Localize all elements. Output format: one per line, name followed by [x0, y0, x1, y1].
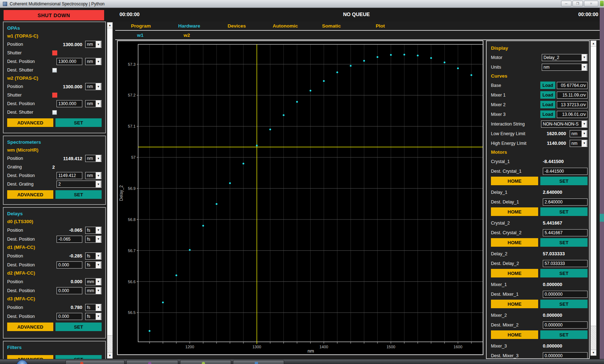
dropdown-arrow-icon[interactable]: ▼ — [96, 287, 101, 294]
d3-dest-position-input[interactable]: 0.000 — [57, 313, 82, 320]
dropdown-arrow-icon[interactable]: ▼ — [96, 304, 101, 311]
taskbar-button[interactable] — [180, 360, 231, 364]
mixer2-dest-input[interactable]: 0.000000 — [543, 321, 588, 329]
scrollbar-track[interactable] — [107, 336, 112, 353]
delay2-dest-input[interactable]: 57.033333 — [543, 260, 588, 267]
taskbar-button[interactable] — [65, 360, 125, 364]
tuning-curve-plot[interactable]: 1200130014001500160056.556.656.756.856.9… — [117, 40, 483, 355]
interaction-string-dropdown[interactable]: NON-NON-NON-S▼ — [541, 120, 588, 128]
dropdown-arrow-icon[interactable]: ▼ — [581, 140, 587, 147]
scroll-up-icon[interactable]: ▲ — [107, 23, 112, 28]
subtab-w1[interactable]: w1 — [137, 33, 143, 38]
scroll-down-icon[interactable]: ▼ — [107, 353, 112, 358]
low-energy-unit-dropdown[interactable]: nm▼ — [570, 130, 588, 137]
mixer3-dest-input[interactable]: 0.000000 — [543, 352, 588, 359]
units-dropdown[interactable]: nm▼ — [542, 64, 588, 71]
dropdown-arrow-icon[interactable]: ▼ — [96, 236, 101, 242]
tab-devices[interactable]: Devices — [228, 23, 246, 29]
w2-position-unit-dropdown[interactable]: nm▼ — [85, 83, 102, 90]
dropdown-arrow-icon[interactable]: ▼ — [96, 253, 101, 259]
w2-shutter-indicator[interactable] — [52, 93, 57, 98]
taskbar[interactable] — [0, 359, 604, 364]
load-mixer1-button[interactable]: Load — [540, 91, 555, 99]
w1-dest-position-input[interactable]: 1300.000 — [57, 58, 82, 65]
dropdown-arrow-icon[interactable]: ▼ — [96, 313, 101, 320]
dropdown-arrow-icon[interactable]: ▼ — [581, 131, 587, 137]
d3-unit-dropdown[interactable]: fs▼ — [85, 304, 102, 311]
d0-unit-dropdown[interactable]: fs▼ — [85, 227, 102, 234]
wm-dest-grating-dropdown[interactable]: 2▼ — [57, 181, 102, 188]
close-button[interactable]: ✕ — [584, 1, 598, 6]
dropdown-arrow-icon[interactable]: ▼ — [581, 64, 587, 70]
spectrometers-set-button[interactable]: SET — [55, 190, 102, 199]
crystal2-set-button[interactable]: SET — [540, 238, 588, 247]
plot-canvas[interactable]: 1200130014001500160056.556.656.756.856.9… — [118, 41, 483, 354]
load-mixer2-button[interactable]: Load — [540, 101, 555, 108]
right-panel-scrollbar[interactable]: ▲ ▼ — [590, 40, 596, 356]
mixer1-dest-input[interactable]: 0.000000 — [543, 291, 588, 298]
wm-position-unit-dropdown[interactable]: nm▼ — [85, 155, 102, 162]
dropdown-arrow-icon[interactable]: ▼ — [96, 172, 101, 179]
crystal1-home-button[interactable]: HOME — [491, 177, 538, 185]
dropdown-arrow-icon[interactable]: ▼ — [96, 100, 101, 107]
mixer1-curve-file[interactable]: 15.11.09.crv — [557, 92, 588, 99]
w1-position-unit-dropdown[interactable]: nm▼ — [85, 41, 102, 48]
tab-program[interactable]: Program — [131, 23, 151, 29]
dropdown-arrow-icon[interactable]: ▼ — [96, 41, 101, 48]
crystal2-home-button[interactable]: HOME — [491, 238, 538, 247]
w1-dest-shutter-checkbox[interactable] — [52, 68, 57, 73]
delay2-home-button[interactable]: HOME — [491, 269, 538, 277]
tab-plot[interactable]: Plot — [376, 23, 385, 29]
delay2-set-button[interactable]: SET — [540, 269, 588, 277]
scrollbar-track[interactable] — [591, 326, 596, 350]
delays-advanced-button[interactable]: ADVANCED — [7, 323, 53, 331]
filters-set-button[interactable]: SET — [55, 355, 102, 359]
title-bar[interactable]: Coherent Multidimensional Spectroscopy |… — [0, 0, 604, 8]
dropdown-arrow-icon[interactable]: ▼ — [96, 155, 101, 162]
dropdown-arrow-icon[interactable]: ▼ — [96, 279, 101, 285]
crystal1-dest-input[interactable]: -8.441500 — [543, 168, 588, 175]
dropdown-arrow-icon[interactable]: ▼ — [96, 262, 101, 268]
opas-set-button[interactable]: SET — [55, 118, 102, 127]
dropdown-arrow-icon[interactable]: ▼ — [96, 58, 101, 65]
high-energy-unit-dropdown[interactable]: nm▼ — [570, 140, 588, 147]
wm-dest-position-input[interactable]: 1149.412 — [57, 172, 82, 179]
delay1-set-button[interactable]: SET — [540, 207, 588, 216]
delay1-dest-input[interactable]: 2.640000 — [543, 198, 588, 206]
d1-unit-dropdown[interactable]: fs▼ — [85, 252, 102, 260]
d0-dest-unit-dropdown[interactable]: fs▼ — [85, 236, 102, 243]
load-mixer3-button[interactable]: Load — [540, 110, 555, 118]
scroll-up-icon[interactable]: ▲ — [591, 41, 596, 46]
dropdown-arrow-icon[interactable]: ▼ — [581, 121, 587, 127]
d2-dest-unit-dropdown[interactable]: mm▼ — [85, 287, 102, 294]
w2-dest-shutter-checkbox[interactable] — [52, 110, 57, 115]
shutdown-button[interactable]: SHUT DOWN — [4, 10, 104, 20]
w1-dest-unit-dropdown[interactable]: nm▼ — [85, 58, 102, 65]
delays-set-button[interactable]: SET — [55, 323, 102, 331]
wm-dest-unit-dropdown[interactable]: nm▼ — [85, 172, 102, 179]
w2-dest-position-input[interactable]: 1300.000 — [57, 100, 82, 107]
tab-hardware[interactable]: Hardware — [178, 23, 200, 29]
taskbar-button[interactable] — [233, 360, 284, 364]
mixer3-curve-file[interactable]: 13.06.01.crv — [557, 111, 588, 118]
crystal1-set-button[interactable]: SET — [540, 177, 588, 185]
motor-dropdown[interactable]: Delay_2▼ — [542, 54, 588, 61]
subtab-w2[interactable]: w2 — [184, 33, 190, 38]
d2-dest-position-input[interactable]: 0.000 — [57, 287, 82, 294]
dropdown-arrow-icon[interactable]: ▼ — [581, 54, 587, 61]
d2-unit-dropdown[interactable]: mm▼ — [85, 278, 102, 285]
tab-autonomic[interactable]: Autonomic — [273, 23, 298, 29]
left-panel-scrollbar[interactable]: ▲ ▼ — [107, 22, 113, 359]
scroll-down-icon[interactable]: ▼ — [591, 350, 596, 355]
restore-button[interactable]: ❐ — [573, 1, 583, 6]
dropdown-arrow-icon[interactable]: ▼ — [96, 83, 101, 90]
start-button[interactable] — [16, 360, 28, 364]
scrollbar-thumb[interactable] — [107, 28, 112, 336]
mixer1-set-button[interactable]: SET — [540, 300, 588, 308]
mixer2-home-button[interactable]: HOME — [491, 330, 538, 339]
w1-shutter-indicator[interactable] — [52, 50, 57, 55]
d3-dest-unit-dropdown[interactable]: fs▼ — [85, 313, 102, 320]
w2-dest-unit-dropdown[interactable]: nm▼ — [85, 100, 102, 107]
mixer2-curve-file[interactable]: 13 37213.crv — [557, 101, 588, 108]
spectrometers-advanced-button[interactable]: ADVANCED — [7, 190, 53, 199]
